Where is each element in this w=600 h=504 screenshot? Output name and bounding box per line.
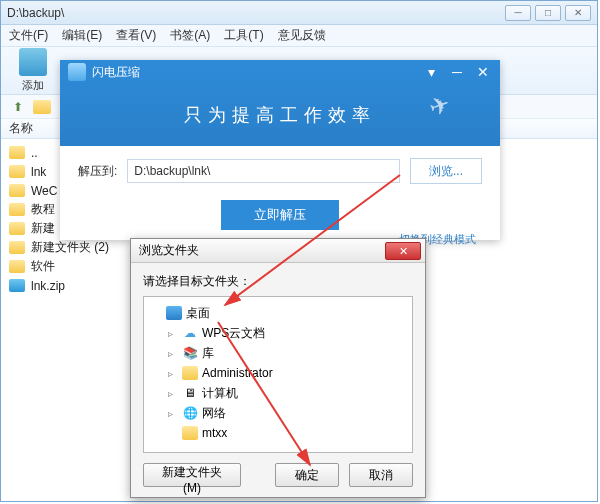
dropdown-icon[interactable]: ▾ [422,64,440,80]
add-icon [19,48,47,76]
explorer-titlebar: D:\backup\ ─ □ ✕ [1,1,597,25]
close-button[interactable]: ✕ [474,64,492,80]
folder-icon [33,100,51,114]
tree-label: 网络 [202,405,226,422]
menu-edit[interactable]: 编辑(E) [62,27,102,44]
new-folder-button[interactable]: 新建文件夹(M) [143,463,241,487]
folder-icon [9,184,25,197]
tree-label: Administrator [202,366,273,380]
nav-up-icon[interactable]: ⬆ [9,98,27,116]
tree-item-library[interactable]: ▹ 库 [148,343,408,363]
menubar: 文件(F) 编辑(E) 查看(V) 书签(A) 工具(T) 意见反馈 [1,25,597,47]
app-icon [68,63,86,81]
rocket-icon: ✈ [426,86,464,124]
folder-tree: 桌面 ▹ WPS云文档 ▹ 库 ▹ Administrator ▹ 计算机 ▹ … [143,296,413,453]
user-icon [182,366,198,380]
menu-file[interactable]: 文件(F) [9,27,48,44]
tree-label: 库 [202,345,214,362]
ok-button[interactable]: 确定 [275,463,339,487]
app-titlebar: 闪电压缩 ▾ ─ ✕ [60,60,500,84]
minimize-button[interactable]: ─ [448,64,466,80]
menu-bookmarks[interactable]: 书签(A) [170,27,210,44]
desktop-icon [166,306,182,320]
browse-button[interactable]: 浏览... [410,158,482,184]
window-buttons: ─ □ ✕ [505,5,591,21]
app-title: 闪电压缩 [92,64,422,81]
slogan-text: 只为提高工作效率 [184,103,376,127]
close-button[interactable]: ✕ [565,5,591,21]
folder-icon [9,146,25,159]
dialog-titlebar: 浏览文件夹 ✕ [131,239,425,263]
dialog-instruction: 请选择目标文件夹： [131,263,425,296]
folder-icon [9,260,25,273]
folder-icon [9,241,25,254]
folder-icon [182,426,198,440]
menu-view[interactable]: 查看(V) [116,27,156,44]
folder-icon [9,203,25,216]
add-button[interactable]: 添加 [11,46,55,95]
tree-label: 桌面 [186,305,210,322]
tree-label: 计算机 [202,385,238,402]
dialog-buttons: 新建文件夹(M) 确定 取消 [131,453,425,497]
zip-icon [9,279,25,292]
extract-button[interactable]: 立即解压 [221,200,339,230]
minimize-button[interactable]: ─ [505,5,531,21]
browse-folder-dialog: 浏览文件夹 ✕ 请选择目标文件夹： 桌面 ▹ WPS云文档 ▹ 库 ▹ Admi… [130,238,426,498]
menu-tools[interactable]: 工具(T) [224,27,263,44]
app-slogan: 只为提高工作效率 ✈ [60,84,500,146]
maximize-button[interactable]: □ [535,5,561,21]
tree-label: mtxx [202,426,227,440]
extract-to-label: 解压到: [78,163,117,180]
library-icon [182,346,198,360]
dialog-close-button[interactable]: ✕ [385,242,421,260]
add-label: 添加 [22,78,44,93]
compression-app: 闪电压缩 ▾ ─ ✕ 只为提高工作效率 ✈ 解压到: 浏览... 立即解压 切换… [60,60,500,240]
menu-feedback[interactable]: 意见反馈 [278,27,326,44]
computer-icon [182,386,198,400]
tree-item-wps[interactable]: ▹ WPS云文档 [148,323,408,343]
dialog-title: 浏览文件夹 [139,242,385,259]
app-header: 闪电压缩 ▾ ─ ✕ 只为提高工作效率 ✈ [60,60,500,146]
app-window-buttons: ▾ ─ ✕ [422,64,492,80]
extract-path-input[interactable] [127,159,400,183]
tree-item-mtxx[interactable]: mtxx [148,423,408,443]
column-name[interactable]: 名称 [9,120,33,137]
tree-label: WPS云文档 [202,325,265,342]
tree-item-desktop[interactable]: 桌面 [148,303,408,323]
extract-path-row: 解压到: 浏览... [78,158,482,184]
tree-item-admin[interactable]: ▹ Administrator [148,363,408,383]
tree-item-network[interactable]: ▹ 网络 [148,403,408,423]
explorer-path: D:\backup\ [7,6,505,20]
folder-icon [9,165,25,178]
network-icon [182,406,198,420]
folder-icon [9,222,25,235]
cloud-icon [182,326,198,340]
tree-item-computer[interactable]: ▹ 计算机 [148,383,408,403]
cancel-button[interactable]: 取消 [349,463,413,487]
